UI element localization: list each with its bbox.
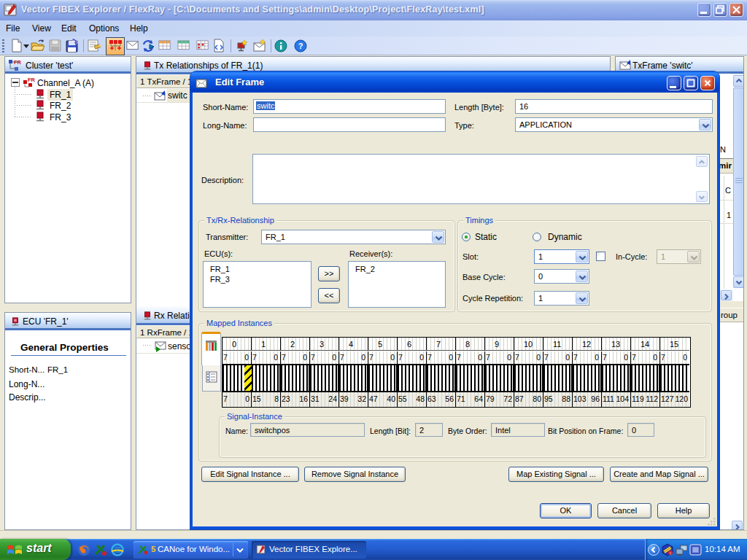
svg-text:FR: FR [28,77,36,83]
svg-text:?: ? [298,42,303,50]
